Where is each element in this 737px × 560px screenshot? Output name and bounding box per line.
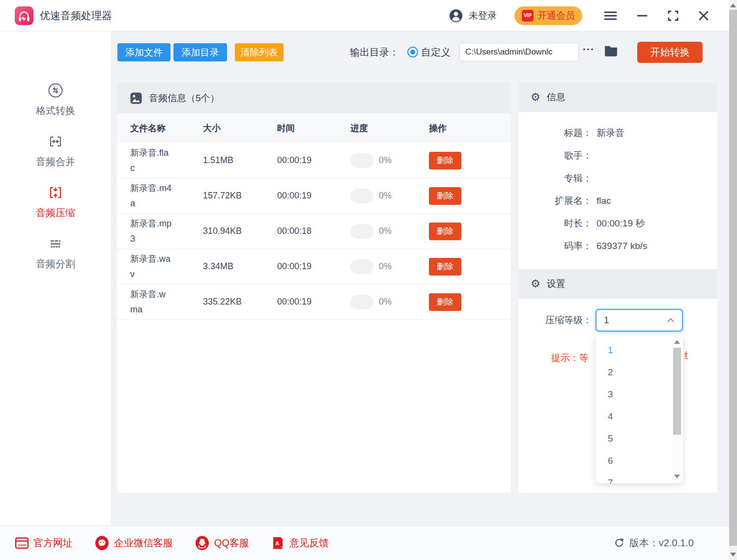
info-field-label: 时长：	[518, 217, 592, 230]
action-cell: 删除	[429, 258, 511, 276]
footer-link[interactable]: .com 官方网址	[15, 536, 73, 550]
duration-cell: 00:00:19	[277, 297, 350, 307]
scrollbar-thumb[interactable]	[729, 10, 737, 546]
table-row: 新录音.wav3.34MB00:00:190%删除	[117, 249, 511, 284]
scrollbar-thumb[interactable]	[673, 348, 681, 435]
info-section-header: ⚙ 信息	[518, 83, 717, 112]
start-convert-button[interactable]: 开始转换	[637, 42, 703, 63]
progress-cell: 0%	[350, 295, 429, 309]
close-button[interactable]	[696, 8, 711, 24]
qq-icon	[195, 535, 210, 551]
info-field-value: 639377 kb/s	[596, 241, 648, 252]
maximize-button[interactable]	[665, 8, 681, 24]
delete-button[interactable]: 删除	[429, 293, 461, 311]
info-field-label: 码率：	[518, 240, 592, 252]
output-path-input[interactable]	[459, 43, 579, 61]
custom-radio-label[interactable]: 自定义	[421, 46, 451, 59]
app-title: 优速音频处理器	[40, 9, 112, 23]
scroll-down-arrow-icon[interactable]	[730, 553, 736, 557]
sidebar: 格式转换 音频合并 音频压缩 音频分割	[0, 31, 112, 526]
footer-link[interactable]: QQ客服	[195, 535, 249, 551]
delete-button[interactable]: 删除	[429, 223, 461, 240]
file-size-cell: 335.22KB	[203, 297, 277, 307]
file-name-cell: 新录音.m4a	[130, 181, 203, 211]
dropdown-option[interactable]: 6	[595, 449, 683, 472]
progress-cell: 0%	[350, 153, 429, 168]
file-name-cell: 新录音.wma	[130, 287, 203, 317]
file-name: 新录音.m4a	[130, 181, 171, 211]
sidebar-item-label: 音频合并	[36, 155, 75, 168]
minimize-button[interactable]	[635, 12, 650, 19]
action-cell: 删除	[429, 293, 511, 311]
column-header: 时间	[277, 122, 350, 134]
table-row: 新录音.wma335.22KB00:00:190%删除	[117, 284, 511, 320]
sidebar-item-audio-split[interactable]: 音频分割	[36, 236, 75, 271]
open-vip-button[interactable]: VIP 开通会员	[514, 6, 582, 25]
column-header: 文件名称	[130, 122, 203, 134]
dropdown-option[interactable]: 5	[595, 427, 683, 449]
column-header: 操作	[429, 122, 511, 134]
file-size-cell: 310.94KB	[203, 226, 277, 236]
scroll-up-arrow-icon[interactable]	[674, 340, 680, 344]
dropdown-option[interactable]: 1	[595, 339, 683, 361]
browse-more-button[interactable]: ···	[583, 43, 595, 55]
user-avatar-icon[interactable]	[449, 8, 463, 23]
scroll-up-arrow-icon[interactable]	[730, 3, 736, 7]
progress-bar	[350, 259, 373, 274]
delete-button[interactable]: 删除	[429, 258, 461, 276]
compress-level-dropdown: 1234567	[595, 335, 683, 483]
progress-bar	[350, 153, 373, 168]
add-directory-button[interactable]: 添加目录	[173, 43, 227, 61]
custom-radio[interactable]	[407, 47, 418, 57]
settings-section-title: 设置	[547, 278, 566, 290]
sidebar-item-audio-compress[interactable]: 音频压缩	[36, 185, 75, 220]
dropdown-option[interactable]: 2	[595, 361, 683, 383]
sidebar-item-format-convert[interactable]: 格式转换	[36, 83, 75, 117]
info-field-value: 00:00:19 秒	[596, 217, 645, 230]
footer-link[interactable]: A 意见反馈	[271, 536, 329, 550]
delete-button[interactable]: 删除	[429, 187, 461, 205]
version-label: 版本：v2.0.1.0	[629, 536, 694, 550]
hint-text-clipped: 级	[684, 349, 687, 361]
progress-bar	[350, 189, 373, 203]
action-cell: 删除	[429, 187, 511, 205]
info-field-value: 新录音	[596, 127, 624, 140]
output-dir-label: 输出目录：	[350, 46, 399, 59]
svg-text:A: A	[275, 540, 279, 546]
file-name: 新录音.flac	[130, 145, 171, 175]
sidebar-item-label: 格式转换	[36, 104, 75, 117]
sidebar-item-audio-merge[interactable]: 音频合并	[36, 134, 75, 168]
vip-icon: VIP	[522, 10, 534, 22]
progress-bar	[350, 295, 373, 309]
window-scrollbar[interactable]	[729, 0, 737, 560]
add-file-button[interactable]: 添加文件	[117, 43, 170, 61]
hint-text: 提示：等	[551, 352, 589, 364]
progress-bar	[350, 224, 373, 239]
compress-level-select[interactable]: 1	[595, 309, 683, 332]
table-header-row: 文件名称大小时间进度操作	[117, 113, 511, 143]
dropdown-option[interactable]: 4	[595, 405, 683, 427]
progress-percent: 0%	[379, 261, 392, 272]
login-status[interactable]: 未登录	[469, 9, 497, 22]
merge-icon	[48, 134, 63, 149]
delete-button[interactable]: 删除	[429, 152, 461, 169]
dropdown-option[interactable]: 3	[595, 383, 683, 405]
progress-percent: 0%	[379, 155, 392, 166]
feedback-icon: A	[271, 536, 285, 550]
chevron-up-icon	[667, 318, 675, 323]
footer-link[interactable]: 企业微信客服	[94, 535, 173, 551]
split-icon	[48, 236, 63, 252]
dropdown-option[interactable]: 7	[595, 472, 683, 483]
table-row: 新录音.flac1.51MB00:00:190%删除	[117, 143, 511, 178]
refresh-icon[interactable]	[614, 537, 625, 549]
menu-button[interactable]	[602, 9, 619, 23]
info-field-row: 扩展名：flac	[518, 190, 717, 212]
info-field-row: 码率：639377 kb/s	[518, 235, 717, 257]
progress-percent: 0%	[379, 226, 392, 236]
info-field-label: 专辑：	[518, 172, 592, 185]
scroll-down-arrow-icon[interactable]	[674, 475, 680, 478]
clear-list-button[interactable]: 清除列表	[235, 43, 283, 61]
open-folder-icon[interactable]	[603, 44, 619, 57]
dropdown-scrollbar[interactable]	[672, 335, 682, 483]
info-field-label: 扩展名：	[518, 195, 592, 207]
